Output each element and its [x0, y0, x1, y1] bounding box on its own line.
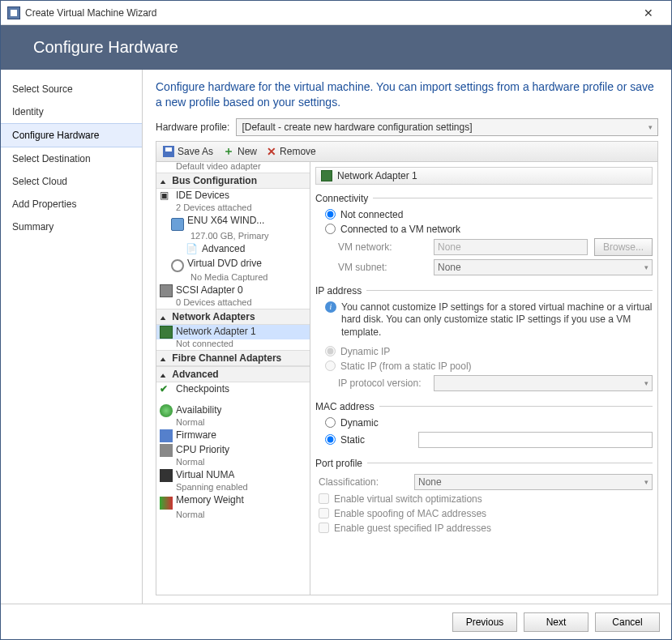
collapse-icon: [160, 369, 169, 380]
radio-static-ip: [325, 361, 336, 371]
ip-info-text: You cannot customize IP settings for a s…: [341, 301, 653, 339]
ip-version-select: ▾: [434, 375, 653, 391]
nav-select-cloud[interactable]: Select Cloud: [1, 170, 142, 193]
tree-disk-sub: 127.00 GB, Primary: [156, 231, 310, 241]
scsi-icon: [160, 284, 173, 297]
hardware-profile-label: Hardware profile:: [156, 122, 229, 133]
save-icon: [163, 146, 174, 157]
check-switch-opt: [319, 493, 329, 504]
vm-subnet-label: VM subnet:: [338, 262, 427, 273]
memory-icon: [160, 497, 173, 510]
tree-video-adapter-sub: Default video adapter: [156, 162, 310, 171]
tree-nic-1[interactable]: Network Adapter 1: [156, 325, 310, 339]
nav-select-destination[interactable]: Select Destination: [1, 147, 142, 170]
collapse-icon: [160, 352, 169, 364]
details-pane: Network Adapter 1 Connectivity Not conne…: [310, 162, 657, 595]
radio-mac-dynamic[interactable]: [325, 417, 336, 428]
classification-select[interactable]: None▾: [414, 474, 653, 490]
tree-advanced[interactable]: Advanced: [156, 366, 310, 382]
numa-icon: [160, 469, 173, 482]
nav-add-properties[interactable]: Add Properties: [1, 193, 142, 215]
nav-identity[interactable]: Identity: [1, 100, 142, 123]
connectivity-section: Connectivity Not connected Connected to …: [315, 193, 653, 277]
tree-memory-weight[interactable]: Memory Weight: [156, 493, 310, 510]
wizard-window: Create Virtual Machine Wizard ✕ Configur…: [0, 0, 672, 640]
tree-cpu-priority[interactable]: CPU Priority: [156, 443, 310, 458]
next-button[interactable]: Next: [524, 612, 589, 632]
page-title: Configure Hardware: [33, 38, 178, 57]
radio-connected-vm-network[interactable]: [325, 224, 336, 234]
new-button[interactable]: ＋New: [220, 143, 260, 160]
tree-scsi[interactable]: SCSI Adapter 0: [156, 284, 310, 298]
firmware-icon: [160, 429, 173, 442]
mac-address-input[interactable]: [418, 432, 653, 448]
hardware-toolbar: Save As ＋New ✕Remove: [156, 141, 658, 162]
chevron-down-icon: ▾: [644, 478, 648, 486]
vm-network-input: [434, 239, 588, 255]
mac-section: MAC address Dynamic Static: [315, 401, 653, 450]
tree-cpu-sub: Normal: [156, 457, 310, 467]
properties-icon: 📄: [186, 243, 199, 256]
nav-select-source[interactable]: Select Source: [1, 78, 142, 100]
connectivity-legend: Connectivity: [315, 193, 368, 204]
chevron-down-icon: ▾: [644, 263, 648, 271]
hardware-tree[interactable]: Default video adapter Bus Configuration …: [156, 162, 310, 595]
radio-mac-static[interactable]: [325, 434, 336, 445]
nav-summary[interactable]: Summary: [1, 215, 142, 238]
cpu-icon: [160, 444, 173, 457]
tree-availability[interactable]: Availability: [156, 403, 310, 418]
tree-bus-config[interactable]: Bus Configuration: [156, 173, 310, 189]
tree-nic-sub: Not connected: [156, 339, 310, 348]
app-icon: [7, 6, 20, 19]
radio-dynamic-ip: [325, 346, 336, 356]
titlebar: Create Virtual Machine Wizard ✕: [1, 1, 671, 25]
availability-icon: [160, 404, 173, 417]
tree-availability-sub: Normal: [156, 417, 310, 427]
mac-legend: MAC address: [315, 401, 375, 412]
tree-firmware[interactable]: Firmware: [156, 429, 310, 443]
collapse-icon: [160, 311, 169, 322]
check-guest-ip: [319, 523, 329, 533]
browse-button: Browse...: [594, 238, 653, 256]
x-icon: ✕: [267, 145, 276, 158]
classification-label: Classification:: [319, 476, 408, 488]
checkpoint-icon: ✔: [160, 383, 173, 396]
disk-icon: [171, 218, 184, 231]
details-header: Network Adapter 1: [315, 167, 653, 185]
nav-configure-hardware[interactable]: Configure Hardware: [1, 123, 142, 147]
tree-numa-sub: Spanning enabled: [156, 482, 310, 492]
radio-not-connected[interactable]: [325, 209, 336, 220]
tree-ide-devices[interactable]: ▣IDE Devices: [156, 189, 310, 203]
wizard-footer: Previous Next Cancel: [1, 604, 671, 639]
tree-disk-advanced[interactable]: 📄Advanced: [156, 242, 310, 257]
save-as-button[interactable]: Save As: [160, 144, 216, 159]
nic-icon: [321, 170, 332, 181]
ip-version-label: IP protocol version:: [338, 378, 427, 389]
ip-legend: IP address: [315, 285, 362, 297]
ide-icon: ▣: [160, 190, 173, 203]
dvd-icon: [171, 259, 184, 272]
remove-button[interactable]: ✕Remove: [263, 143, 319, 160]
tree-checkpoints[interactable]: ✔Checkpoints: [156, 382, 310, 397]
close-button[interactable]: ✕: [632, 6, 665, 19]
vm-subnet-select: None▾: [434, 259, 653, 275]
tree-fibre-channel[interactable]: Fibre Channel Adapters: [156, 350, 310, 366]
tree-memory-sub: Normal: [156, 510, 310, 519]
port-legend: Port profile: [315, 458, 362, 469]
intro-text: Configure hardware for the virtual machi…: [156, 79, 658, 110]
collapse-icon: [160, 175, 169, 186]
tree-numa[interactable]: Virtual NUMA: [156, 468, 310, 483]
hardware-profile-select[interactable]: [Default - create new hardware configura…: [236, 118, 658, 136]
tree-network-adapters[interactable]: Network Adapters: [156, 309, 310, 325]
nic-icon: [160, 326, 173, 339]
tree-ide-sub: 2 Devices attached: [156, 203, 310, 212]
ip-section: IP address i You cannot customize IP set…: [315, 285, 653, 393]
chevron-down-icon: ▾: [644, 379, 648, 387]
cancel-button[interactable]: Cancel: [595, 612, 660, 632]
info-icon: i: [325, 301, 336, 313]
tree-dvd[interactable]: Virtual DVD drive: [156, 257, 310, 273]
wizard-nav: Select Source Identity Configure Hardwar…: [1, 70, 143, 604]
previous-button[interactable]: Previous: [452, 612, 517, 632]
tree-disk[interactable]: ENU X64 WIND...: [156, 214, 310, 232]
hardware-profile-value: [Default - create new hardware configura…: [242, 122, 472, 133]
